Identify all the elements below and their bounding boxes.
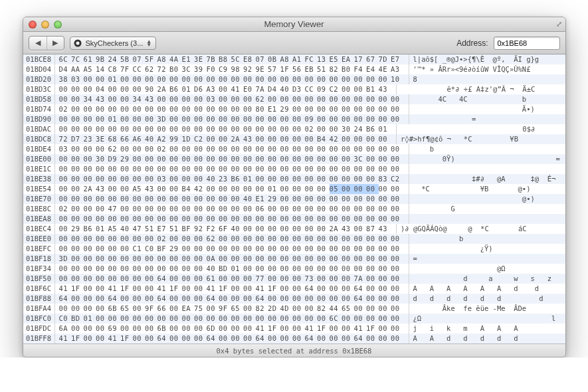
address-input[interactable] <box>494 37 560 50</box>
row-ascii: l|aõ$[ _®@J•>{¶\È @º, ÄI g}g <box>409 54 565 64</box>
row-ascii: 4C 4C b <box>409 94 565 104</box>
row-bytes[interactable]: 00002A430000A5430000B4420000000000010000… <box>55 184 403 194</box>
row-address: 01BDAC <box>23 124 55 134</box>
row-bytes[interactable]: 3D00000000000000000000000A00000000000000… <box>55 254 403 264</box>
row-address: 01BEA8 <box>23 214 55 224</box>
hex-row[interactable]: 01BE8C0200000047000000000000000000000006… <box>23 204 565 214</box>
row-bytes[interactable]: D4AAA514C87FCC6272B03C39F0C998929E571F56… <box>55 64 403 74</box>
row-ascii: = <box>409 114 565 124</box>
hex-row[interactable]: 01BDE40300000062000000020000000000000000… <box>23 144 565 154</box>
row-bytes[interactable]: C0BD010000000000000000000000000000000000… <box>55 314 403 324</box>
fullscreen-icon[interactable]: ⤢ <box>556 20 562 29</box>
hex-row[interactable]: 01BE380000000000000000030000004023B60100… <box>23 174 565 184</box>
row-address: 01BE38 <box>23 174 55 184</box>
row-bytes[interactable]: 000000006B65009F6600EA75009F6500822D4D00… <box>55 304 403 314</box>
row-bytes[interactable]: 411F0000411F0000640000006400000064000000… <box>55 334 403 343</box>
hex-row[interactable]: 01BFC0C0BD010000000000000000000000000000… <box>23 314 565 324</box>
toolbar: ◀ ▶ SkyCheckers (3... ▲▼ Address: <box>23 32 565 54</box>
hex-row[interactable]: 01BD3C00000004000000902AB601D6A30041E07A… <box>23 84 565 94</box>
hex-view[interactable]: 01BCE86C7C619B245B075FA84AE13E7BB85CE807… <box>23 54 565 343</box>
row-ascii: '™* » ÂRr»<9é∂òíûW VÎQÇ»Ù%N£ <box>409 64 565 74</box>
row-bytes[interactable]: 00000004000000902AB601D6A30041E07AD440D3… <box>55 84 391 94</box>
row-bytes[interactable]: 0000000000000000640000006100000077000000… <box>55 274 403 284</box>
row-address: 01BF6C <box>23 284 55 294</box>
nav-segment: ◀ ▶ <box>29 36 64 50</box>
row-ascii <box>409 214 565 224</box>
zoom-icon[interactable] <box>54 21 62 29</box>
status-text: 0x4 bytes selected at address 0x1BE68 <box>217 347 372 355</box>
row-ascii: Âke fe êüe -Me ÂDe <box>409 304 565 314</box>
row-bytes[interactable]: 6C7C619B245B075FA84AE13E7BB85CE8070BA8A1… <box>55 54 403 64</box>
hex-row[interactable]: 01BD580000344300003443000000000300000062… <box>23 94 565 104</box>
nav-back-button[interactable]: ◀ <box>29 37 47 50</box>
row-bytes[interactable]: 0000000000000000000000000000000000000000… <box>55 124 391 134</box>
row-bytes[interactable]: 0200000000000000000000000000000080E12900… <box>55 104 403 114</box>
row-ascii: @•) <box>409 194 565 204</box>
row-ascii: r◊#>hf¶@¢ô ¬ *C ¥B <box>396 134 565 144</box>
row-address: 01BD04 <box>23 64 55 74</box>
row-ascii: ‡#∂ @A ‡@ É¬ <box>409 174 565 184</box>
row-bytes[interactable]: 00000000010000003D0000000000000000000000… <box>55 114 403 124</box>
hex-row[interactable]: 01BEA80000000000000000000000000000000000… <box>23 214 565 224</box>
hex-row[interactable]: 01BD740200000000000000000000000000000080… <box>23 104 565 114</box>
hex-row[interactable]: 01BD203803000001000000000000000000000000… <box>23 74 565 84</box>
hex-row[interactable]: 01BE0000000030D9290000000000000000000000… <box>23 154 565 164</box>
hex-row[interactable]: 01BDAC0000000000000000000000000000000000… <box>23 124 565 134</box>
hex-row[interactable]: 01BF183D00000000000000000000000A00000000… <box>23 254 565 264</box>
hex-row[interactable]: 01BD04D4AAA514C87FCC6272B03C39F0C998929E… <box>23 64 565 74</box>
hex-row[interactable]: 01BEE00000000000000000020000006200000000… <box>23 234 565 244</box>
hex-row[interactable]: 01BE7000000000000000000000000000000040E1… <box>23 194 565 204</box>
hex-row[interactable]: 01BF3400000000000000000000000040BD010000… <box>23 264 565 274</box>
row-bytes[interactable]: 411F0000411F0000411F0000411F0000411F0000… <box>55 284 403 294</box>
row-ascii: d d d d d d d <box>409 294 565 304</box>
row-bytes[interactable]: 6A000000690000006B0000006D000000411F0000… <box>55 324 403 334</box>
row-bytes[interactable]: 0000000000000000020000006200000000000000… <box>55 234 403 244</box>
minimize-icon[interactable] <box>41 21 49 29</box>
row-bytes[interactable]: 72D7233E6866A640A2991DC200002A4300000000… <box>55 134 391 144</box>
hex-row[interactable]: 01BEFC000000000000C1C0BF2900000000000000… <box>23 244 565 254</box>
hex-row[interactable]: 01BFF8411F0000411F0000640000006400000064… <box>23 334 565 343</box>
hex-row[interactable]: 01BD9000000000010000003D0000000000000000… <box>23 114 565 124</box>
row-ascii: d a w s z <box>409 274 565 284</box>
row-bytes[interactable]: 6400000064000000640000006400000064000000… <box>55 294 403 304</box>
hex-row[interactable]: 01BE1C0000000000000000000000000000000000… <box>23 164 565 174</box>
row-address: 01BF88 <box>23 294 55 304</box>
hex-row[interactable]: 01BFDC6A000000690000006B0000006D00000041… <box>23 324 565 334</box>
close-icon[interactable] <box>29 21 37 29</box>
row-bytes[interactable]: 000000000000C1C0BF2900000000000000000000… <box>55 244 403 254</box>
hex-row[interactable]: 01BDC872D7233E6866A640A2991DC200002A4300… <box>23 134 565 144</box>
hex-row[interactable]: 01BF500000000000000000640000006100000077… <box>23 274 565 284</box>
nav-forward-button[interactable]: ▶ <box>47 37 64 50</box>
hex-row[interactable]: 01BCE86C7C619B245B075FA84AE13E7BB85CE807… <box>23 54 565 64</box>
row-ascii: b <box>409 234 565 244</box>
row-bytes[interactable]: 0300000062000000020000000000000000000000… <box>55 144 403 154</box>
row-bytes[interactable]: 0000000000000000030000004023B60100000000… <box>55 174 403 184</box>
row-bytes[interactable]: 0029B601A5404751E751BF92F26F400000000000… <box>55 224 391 234</box>
row-bytes[interactable]: 0000000000000000000000000000000000000000… <box>55 214 403 224</box>
row-bytes[interactable]: 0000000000000000000000000000000000000000… <box>55 164 403 174</box>
hex-row[interactable]: 01BF886400000064000000640000006400000064… <box>23 294 565 304</box>
row-bytes[interactable]: 0000344300003443000000000300000062000000… <box>55 94 403 104</box>
row-address: 01BEE0 <box>23 234 55 244</box>
hex-row[interactable]: 01BFA4000000006B65009F6600EA75009F650082… <box>23 304 565 314</box>
row-bytes[interactable]: 00000000000000000000000040BD010000000000… <box>55 264 403 274</box>
row-bytes[interactable]: 00000030D9290000000000000000000000000000… <box>55 154 403 164</box>
row-address: 01BFDC <box>23 324 55 334</box>
row-bytes[interactable]: 3803000001000000000000000000000000000000… <box>55 74 403 84</box>
row-address: 01BF18 <box>23 254 55 264</box>
titlebar: Memory Viewer ⤢ <box>23 17 565 32</box>
row-address: 01BD58 <box>23 94 55 104</box>
row-ascii: A A d d d d d <box>409 334 565 343</box>
hex-row[interactable]: 01BF6C411F0000411F0000411F0000411F000041… <box>23 284 565 294</box>
row-ascii: 0Ÿ) = <box>409 154 565 164</box>
hex-row[interactable]: 01BEC40029B601A5404751E751BF92F26F400000… <box>23 224 565 234</box>
row-ascii: = <box>409 254 565 264</box>
row-address: 01BD74 <box>23 104 55 114</box>
row-bytes[interactable]: 00000000000000000000000000000040E1290000… <box>55 194 403 204</box>
row-address: 01BE8C <box>23 204 55 214</box>
row-address: 01BD90 <box>23 114 55 124</box>
row-bytes[interactable]: 0200000047000000000000000000000006000000… <box>55 204 403 214</box>
row-address: 01BE1C <box>23 164 55 174</box>
process-select[interactable]: SkyCheckers (3... ▲▼ <box>70 37 157 50</box>
hex-row[interactable]: 01BE5400002A430000A5430000B4420000000000… <box>23 184 565 194</box>
